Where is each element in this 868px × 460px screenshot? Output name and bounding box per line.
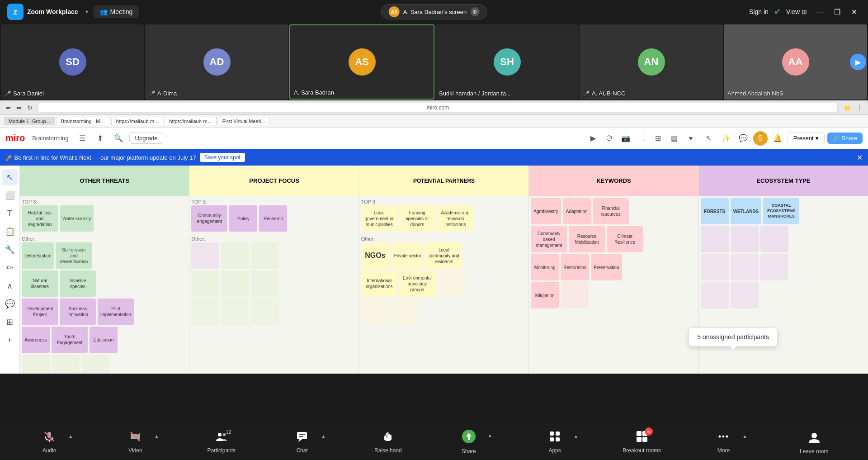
upgrade-button[interactable]: Upgrade bbox=[129, 133, 164, 144]
screen-share-more-icon[interactable]: ⊕ bbox=[470, 7, 479, 16]
close-button[interactable]: ✕ bbox=[848, 6, 861, 18]
more-button[interactable]: More bbox=[705, 430, 741, 454]
miro-export-icon[interactable]: ⬆ bbox=[93, 131, 108, 146]
minimize-button[interactable]: — bbox=[812, 6, 827, 18]
miro-nav-icon[interactable]: ▶ bbox=[586, 131, 600, 146]
miro-more-icon[interactable]: ▾ bbox=[684, 131, 698, 146]
sticky-youth-engagement[interactable]: Youth Engagement bbox=[52, 327, 88, 353]
browser-refresh-button[interactable]: ↻ bbox=[25, 103, 34, 112]
close-announcement-button[interactable]: ✕ bbox=[857, 153, 863, 162]
video-button[interactable]: Video bbox=[117, 430, 153, 454]
miro-search-icon[interactable]: 🔍 bbox=[111, 131, 126, 146]
more-chevron-icon[interactable]: ▲ bbox=[742, 434, 747, 439]
share-button[interactable]: 🔗 Share bbox=[827, 133, 863, 144]
sticky-agroforestry[interactable]: Agroforestry bbox=[531, 198, 561, 224]
present-button[interactable]: Present ▾ bbox=[788, 132, 825, 144]
address-bar[interactable]: miro.com bbox=[38, 103, 838, 113]
tab-mailaub2[interactable]: https://mailaub-m... bbox=[164, 117, 217, 125]
sign-in-button[interactable]: Sign in bbox=[749, 8, 769, 15]
sticky-development-project[interactable]: Development Project bbox=[22, 299, 58, 325]
sidebar-line-tool[interactable]: ∧ bbox=[2, 278, 18, 294]
sticky-local-gov[interactable]: Local government or municipalities bbox=[361, 205, 397, 232]
video-chevron-icon[interactable]: ▲ bbox=[154, 434, 159, 439]
participants-button[interactable]: 12 Participants bbox=[203, 430, 240, 454]
sticky-preservation[interactable]: Preservation bbox=[591, 254, 622, 280]
apps-chevron-icon[interactable]: ▲ bbox=[574, 434, 578, 439]
sidebar-text-tool[interactable]: T bbox=[2, 205, 18, 222]
miro-menu-icon[interactable]: ☰ bbox=[75, 131, 90, 146]
sticky-awareness[interactable]: Awareness bbox=[22, 327, 50, 353]
miro-board-canvas[interactable]: OTHER THREATS PROJECT FOCUS POTENTIAL PA… bbox=[20, 166, 868, 374]
next-participant-button[interactable]: ▶ bbox=[850, 54, 866, 70]
share-chevron-icon[interactable]: ▲ bbox=[488, 433, 492, 438]
sticky-ngos[interactable]: NGOs bbox=[361, 242, 389, 269]
sidebar-sticky-tool[interactable]: 📋 bbox=[2, 223, 18, 240]
sidebar-shapes-tool[interactable]: 🔧 bbox=[2, 242, 18, 258]
sticky-business-innovation[interactable]: Business innovation bbox=[60, 299, 96, 325]
miro-user-avatar[interactable]: S bbox=[753, 131, 768, 146]
sticky-monitoring[interactable]: Monitoring bbox=[531, 254, 559, 280]
tab-module1[interactable]: Module 1 -Group... bbox=[4, 117, 55, 125]
miro-pointer-icon[interactable]: ↖ bbox=[702, 131, 716, 146]
sticky-natural-disasters[interactable]: Natural disasters bbox=[22, 270, 58, 297]
app-chevron-icon[interactable]: ▾ bbox=[85, 9, 88, 15]
sticky-pilot-implementation[interactable]: Pilot implementation bbox=[98, 299, 134, 325]
sidebar-comment-tool[interactable]: 💬 bbox=[2, 296, 18, 312]
sidebar-frame-tool[interactable]: ⬜ bbox=[2, 187, 18, 204]
sticky-adaptation[interactable]: Adaptation bbox=[563, 198, 591, 224]
browser-bookmark-icon[interactable]: ⭐ bbox=[841, 103, 853, 112]
sticky-restoration[interactable]: Restoration bbox=[561, 254, 589, 280]
sidebar-select-tool[interactable]: ↖ bbox=[2, 169, 18, 185]
miro-camera-icon[interactable]: 📷 bbox=[618, 131, 633, 146]
meeting-button[interactable]: 👥 Meeting bbox=[94, 5, 139, 18]
sticky-academic[interactable]: Academic and research institutions bbox=[437, 205, 473, 232]
sticky-soil-erosion[interactable]: Soil erosion and desertification bbox=[56, 242, 92, 269]
breakout-rooms-button[interactable]: 5 Breakout rooms bbox=[623, 430, 661, 454]
share-screen-button[interactable]: Share bbox=[451, 429, 487, 455]
sidebar-add-tool[interactable]: + bbox=[2, 332, 18, 348]
sticky-policy[interactable]: Policy bbox=[229, 205, 257, 232]
sticky-mitigation[interactable]: Mitigation bbox=[531, 282, 559, 308]
miro-fullscreen-icon[interactable]: ⛶ bbox=[635, 131, 649, 146]
miro-notification-icon[interactable]: 🔔 bbox=[770, 131, 785, 146]
miro-timer-icon[interactable]: ⏱ bbox=[602, 131, 617, 146]
view-button[interactable]: View ⊞ bbox=[786, 8, 807, 15]
miro-layout-icon[interactable]: ▤ bbox=[667, 131, 682, 146]
raise-hand-button[interactable]: Raise hand bbox=[370, 430, 406, 454]
sticky-resource-mobilization[interactable]: Resource Mobilization bbox=[569, 226, 605, 252]
sticky-education[interactable]: Education bbox=[90, 327, 118, 353]
tab-mailaub1[interactable]: https://mailaub-m... bbox=[111, 117, 164, 125]
sticky-deforestation[interactable]: Deforestation bbox=[22, 242, 54, 269]
sticky-community-based-mgmt[interactable]: Community based management bbox=[531, 226, 567, 252]
miro-reaction-icon[interactable]: ✨ bbox=[719, 131, 733, 146]
audio-chevron-icon[interactable]: ▲ bbox=[68, 434, 73, 439]
browser-menu-icon[interactable]: ⋮ bbox=[854, 103, 864, 112]
sticky-research[interactable]: Research bbox=[259, 205, 287, 232]
sticky-habitat-loss[interactable]: Habitat loss and degradation bbox=[22, 205, 58, 232]
sticky-water-scarcity[interactable]: Water scarcity bbox=[60, 205, 94, 232]
miro-comment-icon[interactable]: 💬 bbox=[736, 131, 750, 146]
sticky-climate-resilience[interactable]: Climate Resilience bbox=[607, 226, 643, 252]
sticky-env-advocacy[interactable]: Environmental advocacy groups bbox=[399, 270, 435, 297]
sticky-funding-agencies[interactable]: Funding agencies or donors bbox=[399, 205, 435, 232]
sticky-community-engagement[interactable]: Community engagement bbox=[191, 205, 227, 232]
save-spot-button[interactable]: Save your spot bbox=[200, 153, 245, 162]
audio-button[interactable]: Audio bbox=[31, 430, 67, 454]
sticky-invasive-species[interactable]: Invasive species bbox=[60, 270, 96, 297]
apps-button[interactable]: Apps bbox=[537, 430, 573, 454]
chat-chevron-icon[interactable]: ▲ bbox=[321, 434, 326, 439]
sticky-forests[interactable]: FORESTS bbox=[701, 198, 729, 224]
sticky-coastal-ecosystems[interactable]: COASTAL ECOSYSTEMS MANGROVES bbox=[763, 198, 799, 224]
tab-brainstorming[interactable]: Brainstorming - Mi... bbox=[56, 117, 110, 125]
sidebar-pen-tool[interactable]: ✏ bbox=[2, 260, 18, 276]
sticky-local-community[interactable]: Local community and residents bbox=[426, 242, 462, 269]
browser-forward-button[interactable]: ➡ bbox=[14, 103, 24, 112]
miro-grid-icon[interactable]: ⊞ bbox=[651, 131, 665, 146]
sticky-wetlands[interactable]: WETLANDS bbox=[731, 198, 762, 224]
browser-back-button[interactable]: ⬅ bbox=[4, 103, 13, 112]
sticky-intl-orgs[interactable]: International organizations bbox=[361, 270, 397, 297]
sidebar-crop-tool[interactable]: ⊞ bbox=[2, 314, 18, 330]
maximize-button[interactable]: ❐ bbox=[830, 6, 844, 18]
tab-virtual-meeting[interactable]: First Virtual Meeti... bbox=[217, 117, 270, 125]
chat-button[interactable]: Chat bbox=[284, 430, 320, 454]
